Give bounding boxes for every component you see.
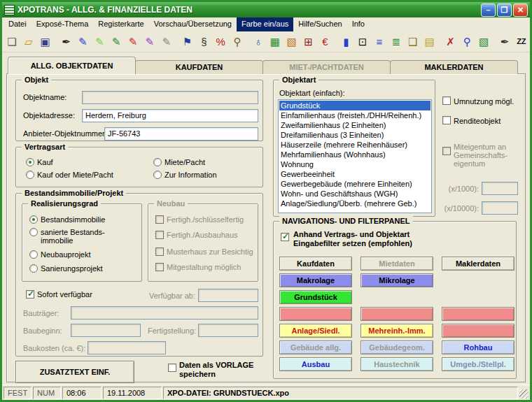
key-icon[interactable]: ⚲ — [229, 34, 246, 50]
pen-icon[interactable]: ✒ — [58, 34, 75, 50]
anbieter-objektnummer-field[interactable]: JF-56743 — [104, 127, 258, 141]
objektadresse-field[interactable]: Herdern, Freiburg — [82, 109, 258, 122]
resize-grip[interactable] — [519, 389, 528, 399]
close-button[interactable]: ✕ — [513, 3, 528, 17]
baukosten-field[interactable] — [88, 341, 166, 354]
percent-icon[interactable]: % — [212, 34, 229, 50]
radio-neubauprojekt[interactable] — [29, 250, 38, 259]
list-icon[interactable]: ≡ — [371, 34, 388, 50]
filter-button-haustechnik[interactable]: Haustechnik — [360, 357, 433, 371]
pencil-lightgreen-icon[interactable]: ✎ — [91, 34, 108, 50]
menu-farbe-ein-aus[interactable]: Farbe ein/aus — [237, 17, 293, 31]
radio-bestandsimmobilie[interactable] — [29, 215, 38, 224]
filter-button-grundstueck[interactable]: Grundstück — [279, 290, 352, 304]
bautraeger-field[interactable] — [71, 306, 258, 320]
menu-info[interactable]: Info — [347, 17, 370, 31]
filter-button-makrolage[interactable]: Makrolage — [279, 273, 352, 287]
verfuegbar-ab-field[interactable] — [198, 289, 258, 302]
window-grid-icon[interactable]: ⊞ — [300, 34, 317, 50]
radio-kauf-oder-miete[interactable] — [26, 171, 34, 179]
lamp-icon[interactable]: § — [195, 34, 212, 50]
filter-button-gebaeudegeom[interactable]: Gebäudegeom. — [360, 340, 433, 354]
filter-button-maklerdaten[interactable]: Maklerdaten — [442, 257, 514, 271]
check-eingabefilter[interactable] — [281, 233, 289, 241]
zusatztext-button[interactable]: ZUSATZTEXT EINF. — [15, 361, 134, 383]
monitor-icon[interactable]: ⊡ — [354, 34, 371, 50]
filter-button-blank-1[interactable] — [279, 307, 352, 321]
chart-icon[interactable]: ▮ — [337, 34, 354, 50]
euro-icon[interactable]: € — [316, 34, 333, 50]
uk-flag-icon[interactable]: ⚑ — [179, 34, 196, 50]
fertigstellung-field[interactable] — [198, 324, 258, 337]
check-umnutzung[interactable] — [442, 96, 451, 105]
check-miteigentum[interactable] — [442, 147, 451, 155]
radio-miete-pacht[interactable] — [153, 158, 162, 166]
tab-allg-objektdaten[interactable]: ALLG. OBJEKTDATEN — [8, 57, 136, 74]
filter-button-kaufdaten[interactable]: Kaufdaten — [279, 257, 352, 271]
tab-kaufdaten[interactable]: KAUFDATEN — [135, 60, 263, 74]
list-item-grundstueck[interactable]: Grundstück — [279, 101, 430, 110]
tab-miet-pachtdaten[interactable]: MIET-/PACHTDATEN — [262, 60, 391, 74]
pencil-green-icon[interactable]: ✎ — [108, 34, 125, 50]
check-fertigh-ausbauhaus[interactable] — [155, 231, 164, 239]
filter-button-blank-4[interactable] — [442, 324, 514, 338]
filter-button-gebaeude-allg[interactable]: Gebäude allg. — [279, 340, 352, 354]
list-item-wohnung[interactable]: Wohnung — [279, 159, 430, 169]
menu-registerkarte[interactable]: Registerkarte — [93, 17, 148, 31]
check-sofort-verfuegbar[interactable] — [26, 290, 34, 299]
menu-vorschau-uebersetzung[interactable]: Vorschau/Übersetzung — [149, 17, 237, 31]
new-document-icon[interactable]: ❏ — [4, 34, 20, 50]
delete-icon[interactable]: ✗ — [442, 34, 458, 50]
list-item-wohn-geschaeftshaus[interactable]: Wohn- und Geschäftshaus (WGH) — [279, 189, 430, 199]
list-item-haeuserzeile[interactable]: Häuserzeile (mehrere Reihenhäuser) — [279, 140, 430, 150]
filter-button-mehreinh-imm[interactable]: Mehreinh.-Imm. — [360, 324, 433, 338]
signature-pen-icon[interactable]: ✒ — [496, 34, 513, 50]
menu-hilfe-suchen[interactable]: Hilfe/Suchen — [293, 17, 346, 31]
filter-button-anlage-siedl[interactable]: Anlage/Siedl. — [279, 324, 352, 338]
open-folder-icon[interactable]: ▱ — [20, 34, 37, 50]
pencil-red-icon[interactable]: ✎ — [125, 34, 141, 50]
save-icon[interactable]: ▣ — [37, 34, 54, 50]
filter-button-blank-2[interactable] — [360, 307, 433, 321]
x1000-field[interactable] — [482, 182, 518, 195]
picture-icon[interactable]: ▧ — [284, 34, 300, 50]
zz-icon[interactable]: ZZ — [513, 34, 530, 50]
maximize-button[interactable]: ❐ — [497, 3, 512, 17]
check-mitgestaltung[interactable] — [155, 263, 164, 271]
list-item-mehrfamilienhaus[interactable]: Mehrfamilienhaus (Wohnhaus) — [279, 150, 430, 159]
tab-maklerdaten[interactable]: MAKLERDATEN — [390, 60, 518, 74]
list-item-anlage-siedlung[interactable]: Anlage/Siedlung/Überb. (mehrere Geb.) — [279, 199, 430, 208]
globe-icon[interactable]: ♁ — [250, 34, 267, 50]
list-item-gewerbegebaeude[interactable]: Gewerbegebäude (mehrere Einheiten) — [279, 179, 430, 189]
menu-datei[interactable]: Datei — [4, 17, 31, 31]
list-item-gewerbeeinheit[interactable]: Gewerbeeinheit — [279, 169, 430, 179]
radio-kauf[interactable] — [26, 158, 34, 166]
radio-sanierte-bestandsimmobilie[interactable] — [29, 228, 38, 236]
clipboard-icon[interactable]: ❑ — [405, 34, 421, 50]
menu-expose-thema[interactable]: Exposé-Thema — [31, 17, 94, 31]
list-item-dreifamilienhaus[interactable]: Dreifamilienhaus (3 Einheiten) — [279, 130, 430, 140]
radio-zur-information[interactable] — [153, 171, 162, 179]
filter-button-blank-3[interactable] — [442, 307, 514, 321]
list-item-einfamilienhaus[interactable]: Einfamilienhaus (freisteh./DHH/Reihenh.) — [279, 110, 430, 120]
filter-button-mikrolage[interactable]: Mikrolage — [360, 273, 433, 287]
filter-button-rohbau[interactable]: Rohbau — [442, 340, 514, 354]
filter-button-mietdaten[interactable]: Mietdaten — [360, 257, 433, 271]
pencil-purple-icon[interactable]: ✎ — [141, 34, 158, 50]
minimize-button[interactable]: – — [481, 3, 496, 17]
list-item-zweifamilienhaus[interactable]: Zweifamilienhaus (2 Einheiten) — [279, 120, 430, 130]
magnifier-icon[interactable]: ⚲ — [458, 34, 475, 50]
filter-button-ausbau[interactable]: Ausbau — [279, 357, 352, 371]
check-fertigh-schluesselfertig[interactable] — [155, 215, 164, 224]
radio-sanierungsprojekt[interactable] — [29, 264, 38, 273]
picture-green-icon[interactable]: ▧ — [475, 34, 492, 50]
baubeginn-field[interactable] — [71, 324, 141, 337]
check-vorlage[interactable] — [168, 364, 176, 372]
pencil-blue-icon[interactable]: ✎ — [74, 34, 91, 50]
check-renditeobjekt[interactable] — [442, 116, 451, 124]
spreadsheet-icon[interactable]: ▦ — [267, 34, 284, 50]
check-musterhaus[interactable] — [155, 247, 164, 256]
notes-icon[interactable]: ▤ — [421, 34, 438, 50]
table-list-icon[interactable]: ≣ — [388, 34, 405, 50]
filter-button-umgeb-stellpl[interactable]: Umgeb./Stellpl. — [442, 357, 514, 371]
